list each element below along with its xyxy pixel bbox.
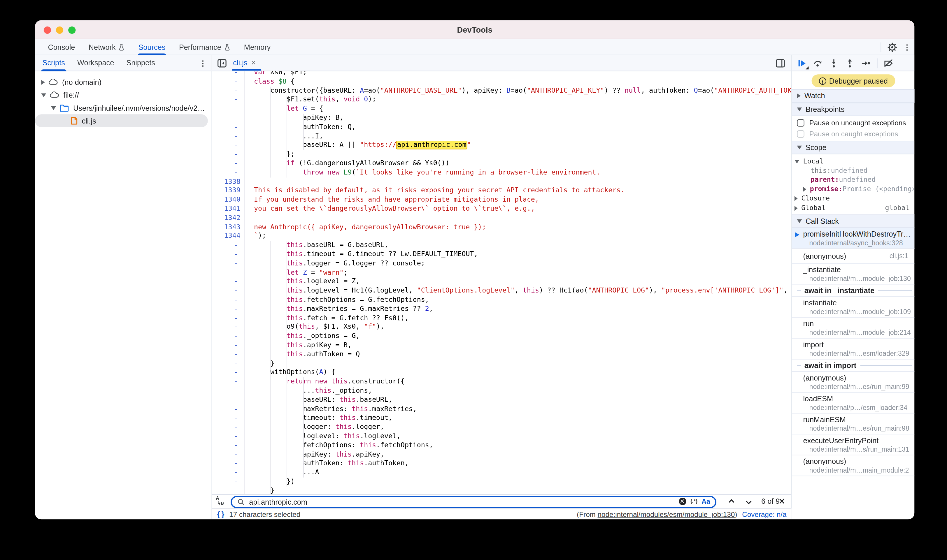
gutter-line-marker[interactable]: -	[212, 141, 244, 150]
call-stack-frame-runmainesm[interactable]: runMainESMnode:internal/m…es/run_main:98	[792, 414, 915, 434]
watch-section-header[interactable]: Watch	[792, 89, 915, 103]
gutter-line-marker[interactable]: -	[212, 268, 244, 277]
checkbox-uncaught[interactable]	[797, 119, 804, 126]
code-line[interactable]: fetchOptions: this.fetchOptions,	[254, 441, 791, 450]
code-line[interactable]: $F1.set(this, void 0);	[254, 95, 791, 105]
gutter-line-marker[interactable]: -	[212, 259, 244, 268]
gutter-line-marker[interactable]: -	[212, 77, 244, 86]
code-line[interactable]: authToken: this.authToken,	[254, 459, 791, 468]
gutter-line-marker[interactable]: -	[212, 341, 244, 350]
code-line[interactable]: })	[254, 477, 791, 486]
editor-tab-close-icon[interactable]: ×	[251, 58, 256, 67]
tree-item--no-domain-[interactable]: (no domain)	[35, 75, 211, 88]
code-line[interactable]: throw new L9(`It looks like you're runni…	[254, 168, 791, 177]
code-line[interactable]: apiKey: B,	[254, 114, 791, 123]
step-over-icon[interactable]	[813, 58, 823, 68]
scope-row-closure[interactable]: Closure	[792, 194, 915, 203]
code-line[interactable]: return new this.constructor({	[254, 377, 791, 386]
gutter-line-marker[interactable]: -	[212, 441, 244, 450]
navigator-tab-snippets[interactable]: Snippets	[120, 55, 161, 71]
code-line[interactable]: let Z = "warn";	[254, 268, 791, 277]
gutter-line-marker[interactable]: -	[212, 377, 244, 386]
tree-item-users-jinhuilee-nvm-versions-node-v2-[interactable]: Users/jinhuilee/.nvm/versions/node/v2…	[35, 102, 211, 114]
hide-navigator-icon[interactable]	[217, 58, 227, 68]
code-line[interactable]: withOptions(A) {	[254, 368, 791, 377]
scope-row-local[interactable]: Local	[792, 157, 915, 166]
regex-toggle-icon[interactable]: (.*)	[690, 498, 697, 505]
code-line[interactable]: logLevel: this.logLevel,	[254, 432, 791, 441]
scope-row-promise[interactable]: promise: Promise {<pending>}	[792, 185, 915, 194]
coverage-link[interactable]: Coverage: n/a	[742, 511, 787, 518]
gutter-line-marker[interactable]: -	[212, 286, 244, 295]
code-line[interactable]: apiKey: this.apiKey,	[254, 450, 791, 459]
gutter-line-marker[interactable]: -	[212, 350, 244, 359]
gutter-line-marker[interactable]: -	[212, 86, 244, 95]
tree-item-cli-js[interactable]: cli.js	[35, 114, 208, 127]
code-line[interactable]: }	[254, 486, 791, 494]
gutter-line-marker[interactable]: -	[212, 469, 244, 477]
toggle-debugger-sidebar-icon[interactable]	[776, 58, 785, 68]
code-line[interactable]: if (!G.dangerouslyAllowBrowser && Ys0())	[254, 159, 791, 168]
step-out-icon[interactable]	[845, 58, 855, 68]
tab-sources[interactable]: Sources	[131, 39, 172, 55]
call-stack-frame--anonymous-[interactable]: (anonymous)node:internal/m…main_module:2	[792, 455, 915, 476]
find-next-icon[interactable]	[745, 498, 753, 506]
from-module-link[interactable]: node:internal/modules/esm/module_job:130	[598, 511, 735, 518]
gutter-line-marker[interactable]: -	[212, 105, 244, 114]
code-line[interactable]: you can set the \`dangerouslyAllowBrowse…	[254, 205, 791, 214]
call-stack-frame-loadesm[interactable]: loadESMnode:internal/p…/esm_loader:34	[792, 393, 915, 414]
code-line[interactable]: this.fetchOptions = G.fetchOptions,	[254, 295, 791, 305]
chevron-down-icon[interactable]	[41, 93, 46, 97]
gutter-line-marker[interactable]: 1339	[212, 186, 244, 195]
code-line[interactable]	[254, 214, 791, 223]
code-line[interactable]: ...A	[254, 469, 791, 477]
gutter-line-marker[interactable]: -	[212, 396, 244, 405]
gutter-line-marker[interactable]: -	[212, 241, 244, 250]
gutter-line-marker[interactable]: -	[212, 432, 244, 441]
code-line[interactable]: var Xs0, $F1;	[254, 71, 791, 77]
deactivate-breakpoints-icon[interactable]	[884, 58, 894, 68]
scope-row-global[interactable]: Globalglobal	[792, 203, 915, 213]
code-line[interactable]: maxRetries: this.maxRetries,	[254, 405, 791, 414]
gutter-line-marker[interactable]: -	[212, 150, 244, 159]
code-line[interactable]	[254, 177, 791, 186]
code-line[interactable]: baseURL: this.baseURL,	[254, 396, 791, 405]
gutter-line-marker[interactable]: -	[212, 414, 244, 423]
gutter-line-marker[interactable]: 1342	[212, 214, 244, 223]
editor-tab-cli-js[interactable]: cli.js ×	[233, 58, 255, 67]
code-line[interactable]: this._options = G,	[254, 332, 791, 341]
call-stack-frame-promiseinithookwithdestroytr-[interactable]: promiseInitHookWithDestroyTr…node:intern…	[792, 228, 915, 249]
gutter-line-marker[interactable]: -	[212, 123, 244, 132]
tab-network[interactable]: Network	[82, 39, 132, 55]
gutter-line-marker[interactable]: -	[212, 114, 244, 123]
code-line[interactable]: o9(this, $F1, Xs0, "f"),	[254, 323, 791, 332]
clear-search-icon[interactable]	[679, 497, 686, 505]
call-stack-frame-run[interactable]: runnode:internal/m…module_job:214	[792, 318, 915, 338]
gutter-line-marker[interactable]: 1338	[212, 177, 244, 186]
code-line[interactable]: this.logLevel = Hc1(G.logLevel, "ClientO…	[254, 286, 791, 295]
gutter-line-marker[interactable]: -	[212, 314, 244, 323]
scope-section-header[interactable]: Scope	[792, 141, 915, 154]
code-line[interactable]: let G = {	[254, 105, 791, 114]
scope-row-parent[interactable]: parent: undefined	[792, 175, 915, 185]
call-stack-frame--instantiate[interactable]: _instantiatenode:internal/m…module_job:1…	[792, 264, 915, 285]
step-into-icon[interactable]	[829, 58, 839, 68]
code-line[interactable]: authToken: Q,	[254, 123, 791, 132]
navigator-tab-scripts[interactable]: Scripts	[36, 55, 71, 71]
chevron-right-icon[interactable]	[794, 205, 798, 210]
code-line[interactable]: class $8 {	[254, 77, 791, 86]
code-line[interactable]: baseURL: A || "https://api.anthropic.com…	[254, 141, 791, 150]
gutter-line-marker[interactable]: -	[212, 295, 244, 305]
code-line[interactable]: `);	[254, 232, 791, 241]
call-stack-frame--anonymous-[interactable]: (anonymous)cli.js:1	[792, 249, 915, 264]
match-case-toggle-icon[interactable]: Aa	[702, 497, 710, 505]
code-line[interactable]: timeout: this.timeout,	[254, 414, 791, 423]
gutter-line-marker[interactable]: -	[212, 423, 244, 432]
code-line[interactable]: This is disabled by default, as it risks…	[254, 186, 791, 195]
close-find-bar-icon[interactable]	[778, 497, 786, 505]
code-line[interactable]: }	[254, 359, 791, 368]
code-line[interactable]: ...this._options,	[254, 387, 791, 396]
gutter-line-marker[interactable]: -	[212, 459, 244, 468]
code-line[interactable]: ...I,	[254, 132, 791, 141]
tab-console[interactable]: Console	[41, 39, 82, 55]
